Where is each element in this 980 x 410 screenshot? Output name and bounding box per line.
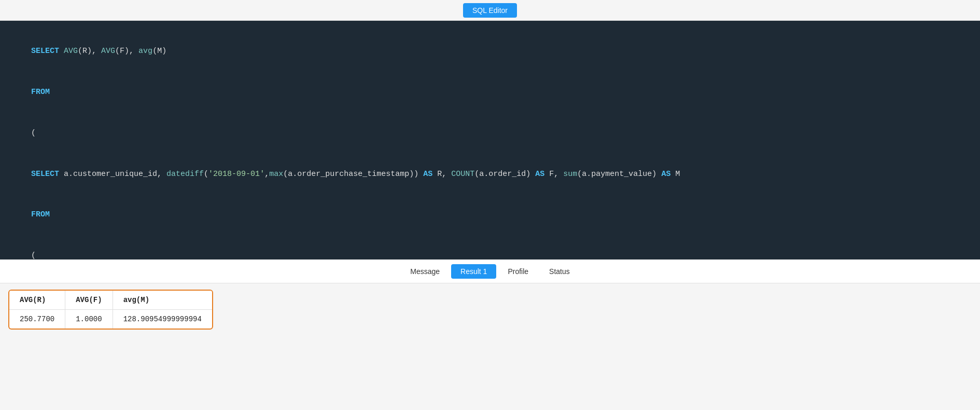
sql-line-6: ( [12,236,968,259]
results-panel: Message Result 1 Profile Status AVG(R) A… [0,259,980,410]
sql-line-2: FROM [12,72,968,113]
tab-profile[interactable]: Profile [498,264,538,279]
table-row: 250.7700 1.0000 128.90954999999994 [9,310,212,329]
sql-editor: SELECT AVG(R), AVG(F), avg(M) FROM ( SEL… [0,21,980,259]
tab-status[interactable]: Status [540,264,579,279]
data-area: AVG(R) AVG(F) avg(M) 250.7700 1.0000 128… [0,283,980,410]
col-header-avgm: avg(M) [113,291,212,310]
tab-bar: Message Result 1 Profile Status [0,259,980,283]
sql-editor-button[interactable]: SQL Editor [463,3,517,18]
tab-message[interactable]: Message [401,264,449,279]
result-table-wrapper: AVG(R) AVG(F) avg(M) 250.7700 1.0000 128… [8,290,213,330]
cell-avgm: 128.90954999999994 [113,310,212,329]
result-table: AVG(R) AVG(F) avg(M) 250.7700 1.0000 128… [9,291,212,329]
keyword-select-1: SELECT [31,47,59,56]
sql-line-1: SELECT AVG(R), AVG(F), avg(M) [12,31,968,72]
table-header-row: AVG(R) AVG(F) avg(M) [9,291,212,310]
col-header-avgf: AVG(F) [65,291,113,310]
top-bar: SQL Editor [0,0,980,21]
cell-avgf: 1.0000 [65,310,113,329]
cell-avgr: 250.7700 [9,310,65,329]
sql-line-4: SELECT a.customer_unique_id, datediff('2… [12,154,968,195]
col-header-avgr: AVG(R) [9,291,65,310]
sql-line-3: ( [12,113,968,154]
sql-line-5: FROM [12,195,968,236]
tab-result1[interactable]: Result 1 [451,264,496,279]
